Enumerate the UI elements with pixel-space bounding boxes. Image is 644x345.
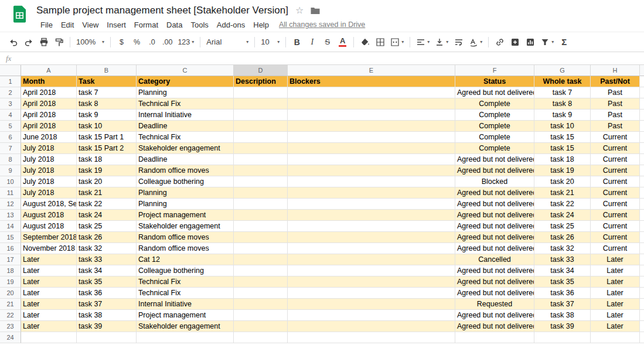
cell-G21[interactable]: task 37 [534,299,591,310]
cell-E14[interactable] [288,221,455,232]
cell-E15[interactable] [288,232,455,243]
cell-C3[interactable]: Technical Fix [137,98,234,110]
cell-H3[interactable]: Past [591,98,640,110]
cell-B16[interactable]: task 32 [77,243,137,254]
cell-H18[interactable]: Later [591,265,640,276]
cell-A13[interactable]: August 2018 [21,210,77,221]
font-family-select[interactable]: Arial ▾ [204,35,251,50]
cell-C4[interactable]: Internal Initiative [137,110,234,121]
cell-E16[interactable] [288,243,455,254]
cell-A10[interactable]: July 2018 [21,176,77,187]
cell-C15[interactable]: Random office moves [137,232,234,243]
cell-G19[interactable]: task 35 [534,276,591,288]
menu-insert[interactable]: Insert [103,19,130,30]
sheets-logo[interactable] [13,5,26,25]
cell-F9[interactable]: Agreed but not delivered [455,165,534,176]
horizontal-align-button[interactable]: ▾ [414,35,432,50]
cell-G23[interactable]: task 39 [534,321,591,332]
column-header-F[interactable]: F [455,65,534,76]
cell-E22[interactable] [288,310,455,321]
row-header-19[interactable]: 19 [0,276,21,288]
cell-C24[interactable] [137,332,234,343]
cell-F14[interactable]: Agreed but not delivered [455,221,534,232]
cell-E20[interactable] [288,288,455,299]
cell-A2[interactable]: April 2018 [21,87,77,98]
bold-button[interactable]: B [289,35,304,50]
menu-data[interactable]: Data [162,19,186,30]
cell-G18[interactable]: task 34 [534,265,591,276]
zoom-select[interactable]: 100% ▾ [74,35,107,50]
row-header-22[interactable]: 22 [0,310,21,321]
row-header-17[interactable]: 17 [0,254,21,265]
cell-F3[interactable]: Complete [455,98,534,110]
cell-G17[interactable]: task 33 [534,254,591,265]
cell-F24[interactable] [455,332,534,343]
borders-button[interactable] [373,35,387,50]
cell-F16[interactable]: Agreed but not delivered [455,243,534,254]
cell-H5[interactable]: Past [591,121,640,132]
cell-A7[interactable]: July 2018 [21,143,77,154]
cell-C7[interactable]: Stakeholder engagement [137,143,234,154]
cell-B8[interactable]: task 18 [77,154,137,165]
cell-G12[interactable]: task 22 [534,199,591,210]
cell-C12[interactable]: Planning [137,199,234,210]
decrease-decimal-button[interactable]: .0 [145,35,159,50]
cell-C19[interactable]: Technical Fix [137,276,234,288]
menu-tools[interactable]: Tools [186,19,212,30]
cell-B4[interactable]: task 9 [77,110,137,121]
cell-H21[interactable]: Later [591,299,640,310]
cell-E24[interactable] [288,332,455,343]
functions-button[interactable]: Σ [557,35,571,50]
cell-C14[interactable]: Stakeholder engagement [137,221,234,232]
cell-C11[interactable]: Planning [137,187,234,199]
cell-H11[interactable]: Current [591,187,640,199]
cell-B5[interactable]: task 10 [77,121,137,132]
cell-A1[interactable]: Month [21,76,77,87]
cell-E4[interactable] [288,110,455,121]
cell-D1[interactable]: Description [234,76,288,87]
cell-F8[interactable]: Agreed but not delivered [455,154,534,165]
cell-G7[interactable]: task 15 [534,143,591,154]
cell-B22[interactable]: task 38 [77,310,137,321]
cell-B21[interactable]: task 37 [77,299,137,310]
cell-C1[interactable]: Category [137,76,234,87]
cell-B9[interactable]: task 19 [77,165,137,176]
row-header-3[interactable]: 3 [0,98,21,110]
cell-E23[interactable] [288,321,455,332]
cell-B3[interactable]: task 8 [77,98,137,110]
cell-H23[interactable]: Later [591,321,640,332]
cell-G13[interactable]: task 24 [534,210,591,221]
cell-A20[interactable]: Later [21,288,77,299]
italic-button[interactable]: I [305,35,319,50]
cell-H7[interactable]: Current [591,143,640,154]
cell-E3[interactable] [288,98,455,110]
cell-D24[interactable] [234,332,288,343]
cell-C17[interactable]: Cat 12 [137,254,234,265]
cell-H6[interactable]: Current [591,132,640,143]
cell-G11[interactable]: task 21 [534,187,591,199]
cell-G6[interactable]: task 15 [534,132,591,143]
cell-A17[interactable]: Later [21,254,77,265]
cell-G1[interactable]: Whole task [534,76,591,87]
cell-F6[interactable]: Complete [455,132,534,143]
cell-A21[interactable]: Later [21,299,77,310]
format-currency-button[interactable]: $ [114,35,129,50]
column-header-C[interactable]: C [137,65,234,76]
row-header-10[interactable]: 10 [0,176,21,187]
cell-A22[interactable]: Later [21,310,77,321]
cell-B19[interactable]: task 35 [77,276,137,288]
cell-C2[interactable]: Planning [137,87,234,98]
cell-F1[interactable]: Status [455,76,534,87]
cell-D22[interactable] [234,310,288,321]
cell-H14[interactable]: Current [591,221,640,232]
cell-F10[interactable]: Blocked [455,176,534,187]
cell-A18[interactable]: Later [21,265,77,276]
cell-H24[interactable] [591,332,640,343]
formula-bar[interactable]: fx [0,52,644,65]
column-header-E[interactable]: E [288,65,455,76]
cell-F13[interactable]: Agreed but not delivered [455,210,534,221]
document-title[interactable]: Sample project management sheet [Stakeho… [36,5,288,16]
star-icon[interactable]: ☆ [295,6,304,15]
cell-A8[interactable]: July 2018 [21,154,77,165]
cell-G2[interactable]: task 7 [534,87,591,98]
